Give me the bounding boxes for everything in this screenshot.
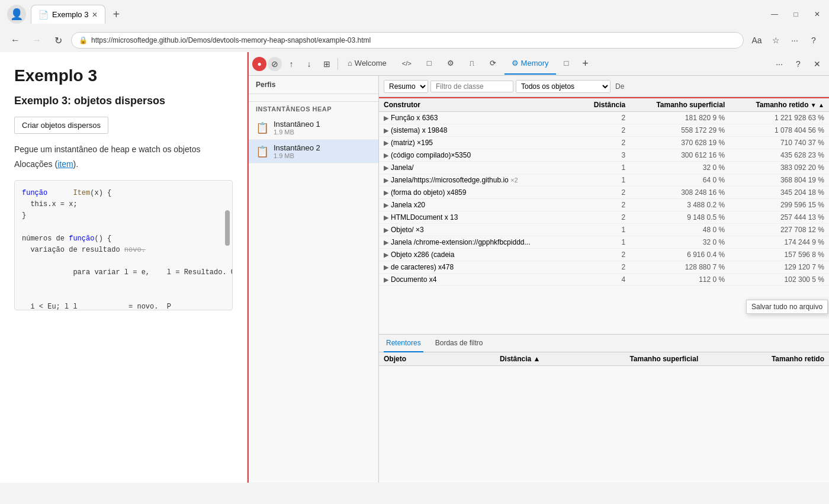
expand-arrow[interactable]: ▶ — [384, 152, 388, 159]
table-row[interactable]: ▶Janela/https://microsoftedge.github.io … — [379, 174, 829, 187]
tab-memory[interactable]: ⚙ Memory — [505, 53, 556, 75]
reload-button[interactable]: ↻ — [50, 32, 66, 49]
table-row[interactable]: ▶Documento x44112 0 %102 300 5 % — [379, 274, 829, 286]
create-objects-button[interactable]: Criar objetos dispersos — [14, 117, 108, 134]
col-shallow[interactable]: Tamanho superficial — [630, 98, 730, 112]
item-link[interactable]: item — [57, 159, 73, 169]
record-button[interactable]: ● — [252, 57, 266, 71]
bottom-col-objeto[interactable]: Objeto — [379, 352, 444, 366]
cell-distance: 2 — [578, 124, 630, 137]
col-retained[interactable]: Tamanho retido ▼ ▲ — [730, 98, 829, 112]
upload-button[interactable]: ↑ — [283, 56, 300, 72]
view-selector[interactable]: Resumo — [384, 80, 428, 93]
tab-console[interactable]: □ — [420, 53, 439, 75]
table-row[interactable]: ▶Janela /chrome-extension://gpphkfbcpidd… — [379, 236, 829, 249]
expand-arrow[interactable]: ▶ — [384, 176, 388, 184]
expand-arrow[interactable]: ▶ — [384, 189, 388, 196]
expand-arrow[interactable]: ▶ — [384, 127, 388, 134]
expand-arrow[interactable]: ▶ — [384, 226, 388, 233]
close-button[interactable]: ✕ — [812, 10, 822, 18]
read-aloud-button[interactable]: Aa — [748, 32, 765, 49]
browser-tab-active[interactable]: 📄 Exemplo 3 ✕ — [31, 5, 105, 24]
table-row[interactable]: ▶(sistema) x 198482558 172 29 %1 078 404… — [379, 124, 829, 137]
tab-welcome[interactable]: ⌂ Welcome — [340, 53, 394, 75]
more-button[interactable]: ··· — [786, 32, 803, 49]
tab-performance[interactable]: ⟳ — [483, 53, 503, 75]
devtools-more-button[interactable]: ··· — [771, 56, 788, 72]
col-constructor[interactable]: Construtor — [379, 98, 578, 112]
expand-arrow[interactable]: ▶ — [384, 214, 388, 221]
tab-application[interactable]: □ — [557, 53, 576, 75]
code-line-1: função Item(x) { — [22, 188, 225, 199]
table-row[interactable]: ▶Janela/132 0 %383 092 20 % — [379, 162, 829, 174]
toolbar-separator — [338, 58, 338, 70]
cell-shallow: 112 0 % — [630, 274, 730, 286]
devtools-close-button[interactable]: ✕ — [809, 56, 825, 72]
cell-constructor: ▶HTMLDocument x 13 — [379, 211, 578, 224]
snapshot-item-2[interactable]: 📋 Instantâneo 2 1.9 MB — [249, 140, 378, 163]
page-subtitle: Exemplo 3: objetos dispersos — [14, 95, 233, 107]
clear-button[interactable]: ⊞ — [319, 56, 335, 72]
bottom-col-shallow[interactable]: Tamanho superficial — [545, 352, 703, 366]
cell-retained: 257 444 13 % — [730, 211, 829, 224]
tab-network[interactable]: ⎍ — [462, 53, 481, 75]
add-tab-button[interactable]: + — [577, 56, 593, 72]
maximize-button[interactable]: □ — [791, 10, 801, 18]
table-row[interactable]: ▶Objeto x286 (cadeia26 916 0.4 %157 596 … — [379, 249, 829, 261]
snapshot-item-1[interactable]: 📋 Instantâneo 1 1.9 MB — [249, 116, 378, 140]
favorites-button[interactable]: ☆ — [767, 32, 784, 49]
cell-shallow: 370 628 19 % — [630, 137, 730, 149]
browser-chrome: 👤 📄 Exemplo 3 ✕ + — □ ✕ ← → ↻ 🔒 https://… — [0, 0, 829, 52]
table-row[interactable]: ▶de caracteres) x4782128 880 7 %129 120 … — [379, 261, 829, 274]
tab-sources[interactable]: ⚙ — [440, 53, 461, 75]
minimize-button[interactable]: — — [770, 10, 779, 18]
expand-arrow[interactable]: ▶ — [384, 164, 388, 171]
close-paren: ). — [73, 159, 79, 169]
new-tab-button[interactable]: + — [108, 8, 124, 21]
table-row[interactable]: ▶(matriz) ×1952370 628 19 %710 740 37 % — [379, 137, 829, 149]
bottom-tab-retentores[interactable]: Retentores — [384, 335, 423, 352]
back-button[interactable]: ← — [7, 32, 24, 49]
expand-arrow[interactable]: ▶ — [384, 239, 388, 246]
code-scrollbar[interactable] — [225, 210, 230, 246]
title-bar: 👤 📄 Exemplo 3 ✕ + — □ ✕ — [0, 0, 829, 28]
perf-icon: ⟳ — [490, 59, 496, 68]
url-box[interactable]: 🔒 https://microsoftedge.github.io/Demos/… — [71, 32, 744, 49]
heap-data-table: Construtor Distância Tamanho superficial… — [379, 98, 829, 286]
devtools-help-button[interactable]: ? — [790, 56, 806, 72]
expand-arrow[interactable]: ▶ — [384, 264, 388, 271]
profile-icon[interactable]: 👤 — [7, 5, 26, 24]
table-row[interactable]: ▶Janela x2023 488 0.2 %299 596 15 % — [379, 199, 829, 211]
table-row[interactable]: ▶(forma do objeto) x48592308 248 16 %345… — [379, 187, 829, 199]
tab-close-button[interactable]: ✕ — [92, 11, 98, 19]
forward-button[interactable]: → — [28, 32, 45, 49]
save-tooltip: Salvar tudo no arquivo — [746, 300, 828, 314]
code-line-8: i < Eu; l l = novo. P — [22, 301, 225, 310]
tab-elements[interactable]: </> — [395, 53, 419, 75]
table-row[interactable]: ▶HTMLDocument x 1329 148 0.5 %257 444 13… — [379, 211, 829, 224]
lock-icon: 🔒 — [79, 36, 88, 44]
download-button[interactable]: ↓ — [301, 56, 317, 72]
cell-shallow: 32 0 % — [630, 236, 730, 249]
address-actions: Aa ☆ ··· ? — [748, 32, 822, 49]
expand-arrow[interactable]: ▶ — [384, 114, 388, 121]
bottom-tab-bordas[interactable]: Bordas de filtro — [433, 335, 486, 352]
expand-arrow[interactable]: ▶ — [384, 251, 388, 258]
table-row[interactable]: ▶Função x 63632181 820 9 %1 221 928 63 % — [379, 112, 829, 124]
expand-arrow[interactable]: ▶ — [384, 201, 388, 208]
stop-button[interactable]: ⊘ — [268, 57, 282, 71]
objects-selector[interactable]: Todos os objetos — [516, 80, 610, 93]
col-distance[interactable]: Distância — [578, 98, 630, 112]
help-button[interactable]: ? — [805, 32, 822, 49]
cell-constructor: ▶Janela/ — [379, 162, 578, 174]
cell-shallow: 48 0 % — [630, 224, 730, 236]
table-row[interactable]: ▶Objeto/ ×3148 0 %227 708 12 % — [379, 224, 829, 236]
class-filter-input[interactable] — [430, 81, 513, 92]
bottom-col-distance[interactable]: Distância ▲ — [444, 352, 545, 366]
cell-distance: 1 — [578, 162, 630, 174]
bottom-col-retained[interactable]: Tamanho retido — [703, 352, 829, 366]
expand-arrow[interactable]: ▶ — [384, 276, 388, 283]
expand-arrow[interactable]: ▶ — [384, 139, 388, 146]
table-row[interactable]: ▶(código compilado)×53503300 612 16 %435… — [379, 149, 829, 162]
cell-distance: 1 — [578, 236, 630, 249]
